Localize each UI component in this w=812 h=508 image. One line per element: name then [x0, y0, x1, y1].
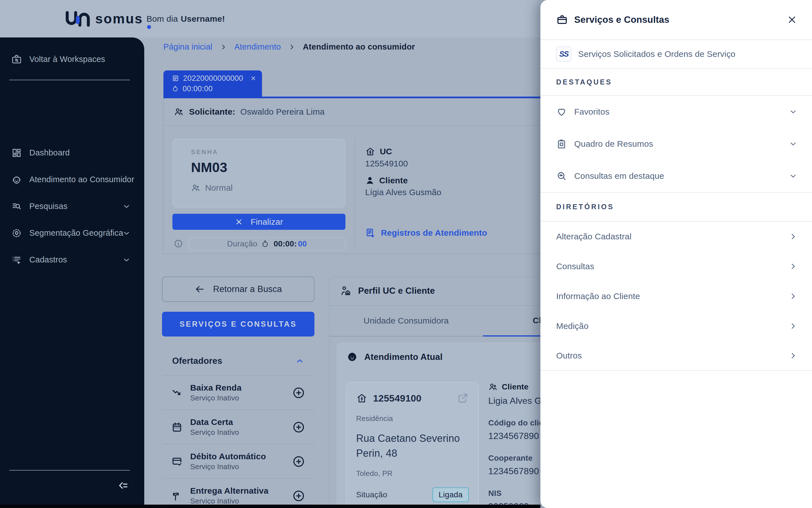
situacao-badge: Ligada — [433, 488, 469, 502]
solicitante-name: Oswaldo Pereira Lima — [240, 107, 325, 117]
session-tab-id: 20220000000000 — [183, 74, 243, 83]
ofertador-row-data-certa: Data Certa Serviço Inativo — [163, 410, 314, 444]
panel-item-label: Alteração Cadastral — [556, 232, 789, 241]
sidebar-item-pesquisas[interactable]: Pesquisas — [0, 193, 144, 220]
servicos-solicitados-label: Serviços Solicitados e Ordens de Serviço — [578, 49, 735, 59]
ofertadores-title: Ofertadores — [172, 356, 222, 366]
panel-item-consultas-destaque[interactable]: Consultas em destaque — [540, 160, 812, 192]
close-tab-icon[interactable] — [250, 75, 257, 82]
breadcrumb-current: Atendimento ao consumidor — [303, 42, 415, 51]
situacao-label: Situação — [356, 490, 388, 499]
clipboard-icon — [556, 138, 567, 149]
servicos-solicitados-item[interactable]: SS Serviços Solicitados e Ordens de Serv… — [540, 40, 812, 69]
retornar-busca-button[interactable]: Retornar a Busca — [162, 277, 315, 302]
plus-circle-icon[interactable] — [292, 420, 306, 434]
plus-circle-icon[interactable] — [292, 489, 306, 503]
atendimento-atual-header: Atendimento Atual — [346, 351, 443, 363]
sidebar-item-segmentacao-geografica[interactable]: Segmentação Geográfica — [0, 220, 144, 246]
sidebar-item-label: Cadastros — [29, 255, 67, 264]
ofertadores-panel: Ofertadores Baixa Renda Serviço Inativo … — [162, 346, 315, 505]
tab-label: Unidade Consumidora — [363, 316, 449, 326]
ofertador-status: Serviço Inativo — [190, 462, 285, 471]
panel-item-quadro-resumos[interactable]: Quadro de Resumos — [540, 128, 812, 160]
close-icon[interactable] — [787, 14, 797, 25]
panel-item-label: Consultas em destaque — [574, 171, 781, 181]
drawer-title: Serviços e Consultas — [574, 14, 787, 25]
solicitante-label: Solicitante: — [189, 107, 235, 117]
uc-label: UC — [380, 147, 392, 156]
chevron-down-icon — [789, 140, 797, 148]
ofertador-status: Serviço Inativo — [190, 394, 285, 403]
servicos-consultas-button[interactable]: SERVIÇOS E CONSULTAS — [162, 312, 315, 337]
atendimento-atual-title: Atendimento Atual — [364, 352, 443, 362]
panel-item-label: Informação ao Cliente — [556, 291, 789, 301]
somus-logo: somus — [64, 0, 151, 37]
panel-item-medicao[interactable]: Medição — [540, 311, 812, 341]
greeting: Bom dia Username! — [147, 0, 225, 37]
registros-label: Registros de Atendimento — [381, 228, 487, 238]
house-bolt-icon — [365, 146, 375, 157]
session-tab[interactable]: 20220000000000 00:00:00 — [163, 71, 262, 96]
uc-value: 125549100 — [365, 159, 441, 168]
solicitante-bar: Solicitante: Oswaldo Pereira Lima — [163, 98, 555, 126]
registros-atendimento-link[interactable]: Registros de Atendimento — [365, 227, 487, 238]
greeting-username: Username! — [180, 14, 225, 24]
panel-item-favoritos[interactable]: Favoritos — [540, 96, 812, 128]
briefcase-swap-icon — [11, 54, 22, 65]
panel-item-outros[interactable]: Outros — [540, 341, 812, 371]
sidebar-item-voltar-workspaces[interactable]: Voltar à Workspaces — [0, 46, 144, 73]
split-arrows-icon — [171, 490, 184, 502]
ofertador-name: Débito Automático — [190, 452, 285, 461]
list-plus-icon — [11, 255, 22, 265]
chevron-down-icon — [789, 172, 797, 180]
document-icon — [172, 75, 179, 82]
uc-detail-number: 125549100 — [373, 393, 451, 404]
uc-endereco: Rua Caetano Severino Perin, 48 — [356, 431, 472, 461]
panel-item-alteracao-cadastral[interactable]: Alteração Cadastral — [540, 222, 812, 251]
geo-pin-icon — [11, 228, 22, 239]
panel-item-consultas[interactable]: Consultas — [540, 251, 812, 281]
sidebar-item-atendimento-consumidor[interactable]: Atendimento ao Consumidor — [0, 166, 144, 193]
app-root: somus Bom dia Username! Voltar à Workspa… — [0, 0, 812, 508]
info-icon — [173, 239, 183, 248]
cliente-value: Lígia Alves Gusmão — [365, 187, 441, 197]
sidebar-item-label: Segmentação Geográfica — [29, 228, 123, 238]
sidebar-divider — [9, 470, 130, 471]
plus-circle-icon[interactable] — [292, 386, 306, 399]
search-list-icon — [11, 201, 22, 212]
panel-item-label: Consultas — [556, 262, 789, 271]
breadcrumb-link-pagina-inicial[interactable]: Página inicial — [163, 42, 212, 51]
chevron-down-icon — [789, 108, 797, 116]
person-icon — [365, 176, 375, 185]
session-tab-timer: 00:00:00 — [182, 84, 213, 93]
ofertador-row-baixa-renda: Baixa Renda Serviço Inativo — [163, 375, 314, 410]
collapse-sidebar-icon[interactable] — [117, 479, 130, 492]
headset-agent-icon — [346, 351, 358, 363]
house-icon — [356, 392, 367, 404]
chevron-right-icon — [789, 322, 797, 330]
somus-logo-text: somus — [95, 11, 143, 27]
users-icon — [174, 107, 184, 117]
ofertador-status: Serviço Inativo — [190, 497, 285, 505]
column-divider — [355, 139, 355, 251]
tab-unidade-consumidora[interactable]: Unidade Consumidora — [329, 305, 483, 337]
ss-logo-icon: SS — [556, 46, 571, 62]
panel-item-label: Outros — [556, 351, 789, 361]
panel-item-informacao-cliente[interactable]: Informação ao Cliente — [540, 281, 812, 311]
breadcrumb-link-atendimento[interactable]: Atendimento — [234, 42, 281, 51]
plus-circle-icon[interactable] — [292, 455, 306, 468]
finalizar-button[interactable]: Finalizar — [172, 214, 346, 230]
sidebar-item-dashboard[interactable]: Dashboard — [0, 139, 144, 166]
ofertador-name: Entrega Alternativa — [190, 486, 285, 496]
chevron-down-icon — [122, 202, 131, 211]
sidebar-item-label: Pesquisas — [29, 202, 68, 211]
close-icon — [235, 218, 243, 226]
chevron-right-icon — [789, 292, 797, 300]
ofertadores-header[interactable]: Ofertadores — [163, 346, 314, 375]
finalizar-label: Finalizar — [250, 217, 283, 227]
external-link-icon[interactable] — [457, 392, 469, 404]
panel-item-label: Medição — [556, 321, 789, 331]
sidebar-item-cadastros[interactable]: Cadastros — [0, 246, 144, 273]
duracao-label: Duração — [227, 239, 257, 248]
destaques-section-label: DESTAQUES — [540, 69, 812, 96]
